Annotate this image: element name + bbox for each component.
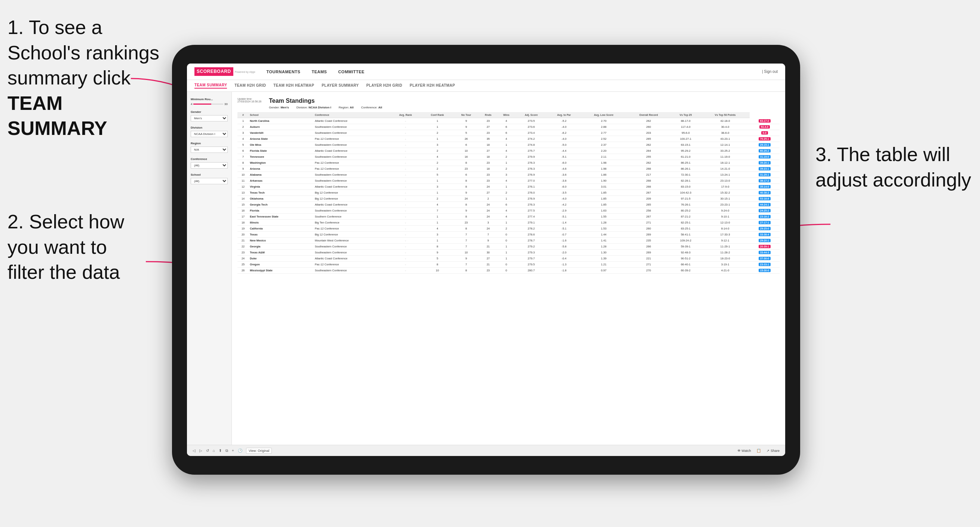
main-area: Update time: 27/03/2024 16:56:26 Team St… — [232, 92, 785, 445]
home-icon[interactable]: ⌂ — [213, 449, 215, 452]
cell-rank: 14 — [237, 196, 249, 202]
table-row[interactable]: 6 Florida State Atlantic Coast Conferenc… — [237, 148, 780, 154]
tab-team-h2h-grid[interactable]: TEAM H2H GRID — [234, 83, 266, 88]
cell-rank: 21 — [237, 238, 249, 244]
table-row[interactable]: 13 Texas Tech Big 12 Conference - 1 9 27… — [237, 190, 780, 196]
table-row[interactable]: 25 Oregon Pac-12 Conference - 8 7 21 0 2… — [237, 262, 780, 268]
tab-player-h2h-heatmap[interactable]: PLAYER H2H HEATMAP — [410, 83, 455, 88]
cell-rnds: 27 — [479, 148, 497, 154]
table-row[interactable]: 23 Texas A&M Southeastern Conference - 9… — [237, 250, 780, 256]
cell-no-tour: 10 — [453, 148, 479, 154]
watch-button[interactable]: 👁 Watch — [737, 449, 751, 452]
share-icon-bar[interactable]: ⬆ — [219, 449, 222, 452]
table-row[interactable]: 15 Georgia Tech Atlantic Coast Conferenc… — [237, 202, 780, 208]
table-row[interactable]: 24 Duke Atlantic Coast Conference - 5 9 … — [237, 256, 780, 262]
division-pill: NCAA Division I — [309, 106, 331, 109]
cell-rank: 8 — [237, 160, 249, 166]
back-icon[interactable]: ◁ — [192, 449, 196, 452]
cell-conference: Atlantic Coast Conference — [314, 256, 390, 262]
cell-rnds: 9 — [479, 238, 497, 244]
table-row[interactable]: 10 Alabama Southeastern Conference - 5 6… — [237, 172, 780, 178]
clip-icon[interactable]: 📋 — [756, 449, 761, 452]
nav-committee[interactable]: COMMITTEE — [338, 70, 364, 74]
region-select[interactable]: N/A — [191, 146, 228, 153]
cell-overall: 92-48-3 — [670, 250, 701, 256]
table-row[interactable]: 5 Ole Miss Southeastern Conference - 3 6… — [237, 142, 780, 148]
cell-rnds: 18 — [479, 154, 497, 160]
update-info: Update time: 27/03/2024 16:56:26 — [237, 98, 261, 103]
col-avg-low: Avg. Low Score — [581, 112, 627, 118]
gender-filter: Gender Men's — [191, 110, 228, 121]
cell-vs-top50: 27-17-1 — [750, 220, 780, 226]
cell-school: California — [249, 226, 314, 232]
table-row[interactable]: 9 Arizona Pac-12 Conference - 2 23 18 2 … — [237, 166, 780, 172]
table-row[interactable]: 19 California Pac-12 Conference - 4 8 24… — [237, 226, 780, 232]
table-row[interactable]: 4 Arizona State Pac-12 Conference - 1 26… — [237, 136, 780, 142]
table-row[interactable]: 22 Georgia Southeastern Conference - 8 7… — [237, 244, 780, 250]
cell-overall: 61-21-0 — [670, 154, 701, 160]
cell-vs-top50: 29-20-1 — [750, 238, 780, 244]
cell-rank: 5 — [237, 142, 249, 148]
table-row[interactable]: 16 Florida Southeastern Conference - 7 9… — [237, 208, 780, 214]
cell-wins: 0 — [497, 232, 515, 238]
division-select[interactable]: NCAA Division I — [191, 131, 228, 137]
cell-vs-top25: 3-19-1 — [701, 262, 749, 268]
cell-avg-rank: - — [390, 250, 421, 256]
cell-conference: Southeastern Conference — [314, 208, 390, 214]
cell-rank: 12 — [237, 184, 249, 190]
table-row[interactable]: 14 Oklahoma Big 12 Conference - 2 24 2 1… — [237, 196, 780, 202]
cell-wins: 1 — [497, 220, 515, 226]
share-button[interactable]: ↗ Share — [767, 449, 780, 452]
table-row[interactable]: 12 Virginia Atlantic Coast Conference - … — [237, 184, 780, 190]
cell-no-tour: 6 — [453, 142, 479, 148]
tab-player-h2h-grid[interactable]: PLAYER H2H GRID — [366, 83, 402, 88]
nav-teams[interactable]: TEAMS — [312, 70, 327, 74]
plus-icon[interactable]: + — [232, 449, 234, 452]
tab-team-h2h-heatmap[interactable]: TEAM H2H HEATMAP — [273, 83, 314, 88]
view-original-button[interactable]: View: Original — [246, 448, 272, 454]
table-row[interactable]: 11 Arkansas Southeastern Conference - 1 … — [237, 178, 780, 184]
col-conf-rank: Conf Rank — [422, 112, 453, 118]
cell-avg-par: -5.1 — [547, 226, 581, 232]
cell-adj-score: 280.7 — [515, 268, 547, 274]
table-row[interactable]: 8 Washington Pac-12 Conference - 2 8 23 … — [237, 160, 780, 166]
tab-team-summary[interactable]: TEAM SUMMARY — [194, 83, 227, 89]
col-vs-top25: Vs Top 25 — [670, 112, 701, 118]
gender-select[interactable]: Men's — [191, 115, 228, 121]
reload-icon[interactable]: ↺ — [206, 449, 209, 452]
table-row[interactable]: 2 Auburn Southeastern Conference - 1 9 2… — [237, 124, 780, 130]
table-row[interactable]: 18 Illinois Big Ten Conference - 1 23 3 … — [237, 220, 780, 226]
cell-no-tour: 23 — [453, 220, 479, 226]
table-row[interactable]: 17 East Tennessee State Southern Confere… — [237, 214, 780, 220]
cell-vs-top50: 44-24-1 — [750, 202, 780, 208]
cell-vs-top25: 11-29-1 — [701, 244, 749, 250]
copy-icon[interactable]: ⧉ — [226, 449, 228, 453]
clock-icon[interactable]: 🕐 — [238, 449, 242, 452]
cell-school: Tennessee — [249, 154, 314, 160]
school-select[interactable]: (All) — [191, 178, 228, 184]
table-row[interactable]: 7 Tennessee Southeastern Conference - 4 … — [237, 154, 780, 160]
update-time: Update time: — [237, 98, 261, 100]
cell-vs-top25: 11-28-2 — [701, 250, 749, 256]
col-vs-top50: Vs Top 50 Points — [701, 112, 749, 118]
cell-avg-par: -4.2 — [547, 202, 581, 208]
table-row[interactable]: 1 North Carolina Atlantic Coast Conferen… — [237, 118, 780, 124]
table-row[interactable]: 21 New Mexico Mountain West Conference -… — [237, 238, 780, 244]
conference-select[interactable]: (All) — [191, 162, 228, 168]
cell-overall: 88-17-0 — [670, 118, 701, 124]
rank-slider[interactable] — [193, 103, 223, 105]
nav-tournaments[interactable]: TOURNAMENTS — [267, 70, 301, 74]
cell-avg-par: -3.8 — [547, 178, 581, 184]
forward-icon[interactable]: ▷ — [199, 449, 202, 452]
cell-avg-rank: - — [390, 220, 421, 226]
cell-vs-top50: 24-25-2 — [750, 208, 780, 214]
tab-player-summary[interactable]: PLAYER SUMMARY — [321, 83, 359, 88]
sign-out-button[interactable]: | Sign out — [762, 70, 778, 74]
table-row[interactable]: 26 Mississippi State Southeastern Confer… — [237, 268, 780, 274]
cell-avg-par: -3.5 — [547, 190, 581, 196]
cell-avg-par: -3.6 — [547, 172, 581, 178]
cell-avg-low-score: 262 — [627, 160, 670, 166]
cell-vs-top25: 43-23-1 — [701, 136, 749, 142]
table-row[interactable]: 3 Vanderbilt Southeastern Conference - 2… — [237, 130, 780, 136]
table-row[interactable]: 20 Texas Big 12 Conference - 3 7 7 0 278… — [237, 232, 780, 238]
